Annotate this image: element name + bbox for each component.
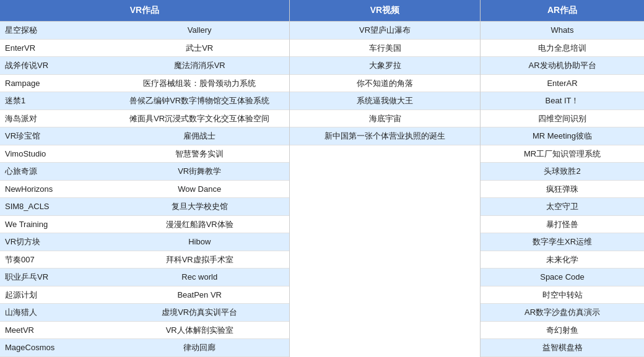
table-row: VR切方块Hibow [0, 233, 289, 251]
vr-works-right-cell: 智慧警务实训 [110, 145, 289, 163]
vr-videos-section: VR视频 VR望庐山瀑布车行美国大象罗拉你不知道的角落系统逼我做大王海底宇宙新中… [290, 0, 481, 357]
vr-video-cell: 海底宇宙 [290, 110, 480, 127]
vr-works-right-cell: 兽候乙编钟VR数字博物馆交互体验系统 [110, 92, 289, 110]
list-item: 大象罗拉 [290, 57, 480, 75]
list-item: 你不知道的角落 [290, 74, 480, 92]
vr-works-right-cell: 傩面具VR沉浸式数字文化交互体验空间 [110, 110, 289, 127]
table-row: VR珍宝馆雇佣战士 [0, 127, 289, 145]
ar-works-cell: 时空中转站 [481, 286, 644, 304]
vr-works-left-cell: VimoStudio [0, 145, 110, 163]
list-item: Space Code [481, 269, 644, 286]
vr-works-left-cell: 节奏007 [0, 251, 110, 269]
vr-works-right-cell: 虚境VR仿真实训平台 [110, 304, 289, 322]
table-row: We Training漫漫红船路VR体验 [0, 215, 289, 233]
vr-works-right-cell: 复旦大学校史馆 [110, 198, 289, 216]
ar-works-cell: Whats [481, 22, 644, 39]
vr-video-cell: 你不知道的角落 [290, 74, 480, 92]
vr-works-right-cell: VR街舞教学 [110, 163, 289, 181]
table-row: 山海猎人虚境VR仿真实训平台 [0, 304, 289, 322]
list-item: VR望庐山瀑布 [290, 22, 480, 39]
vr-video-cell: VR望庐山瀑布 [290, 22, 480, 39]
table-row: 海岛派对傩面具VR沉浸式数字文化交互体验空间 [0, 110, 289, 127]
ar-works-cell: AR发动机协助平台 [481, 57, 644, 75]
ar-works-cell: 未来化学 [481, 251, 644, 269]
ar-works-cell: 四维空间识别 [481, 110, 644, 127]
vr-video-cell: 大象罗拉 [290, 57, 480, 75]
vr-works-right-cell: BeatPen VR [110, 286, 289, 304]
ar-works-cell: 头球致胜2 [481, 163, 644, 181]
vr-works-section: VR作品 星空探秘ValleryEnterVR武士VR战斧传说VR魔法消消乐VR… [0, 0, 290, 357]
ar-works-cell: MR Meeting彼临 [481, 127, 644, 145]
vr-works-right-cell: 拜科VR虚拟手术室 [110, 251, 289, 269]
table-row: SIM8_ACLS复旦大学校史馆 [0, 198, 289, 216]
ar-works-cell: EnterAR [481, 74, 644, 92]
vr-works-left-cell: 起源计划 [0, 286, 110, 304]
vr-video-cell: 系统逼我做大王 [290, 92, 480, 110]
table-row: 星空探秘Vallery [0, 22, 289, 39]
ar-works-cell: 益智棋盘格 [481, 339, 644, 357]
ar-works-cell: 太空守卫 [481, 198, 644, 216]
ar-works-cell: Space Code [481, 269, 644, 286]
table-row: Rampage医疗器械组装：股骨颈动力系统 [0, 74, 289, 92]
vr-videos-header: VR视频 [290, 0, 480, 22]
vr-works-right-cell: Rec world [110, 269, 289, 286]
list-item: 疯狂弹珠 [481, 180, 644, 198]
vr-works-right-cell: 律动回廊 [110, 339, 289, 357]
list-item: EnterAR [481, 74, 644, 92]
vr-works-right-cell: Hibow [110, 233, 289, 251]
list-item: 奇幻射鱼 [481, 321, 644, 339]
ar-works-cell: 电力全息培训 [481, 39, 644, 57]
vr-works-left-cell: SIM8_ACLS [0, 198, 110, 216]
list-item: AR数字沙盘仿真演示 [481, 304, 644, 322]
vr-works-left-cell: We Training [0, 215, 110, 233]
list-item: MR工厂知识管理系统 [481, 145, 644, 163]
table-row: 迷禁1兽候乙编钟VR数字博物馆交互体验系统 [0, 92, 289, 110]
vr-works-left-cell: VR珍宝馆 [0, 127, 110, 145]
vr-works-right-cell: VR人体解剖实验室 [110, 321, 289, 339]
list-item: 暴打怪兽 [481, 215, 644, 233]
ar-works-cell: Beat IT！ [481, 92, 644, 110]
ar-works-cell: 疯狂弹珠 [481, 180, 644, 198]
vr-works-left-cell: 迷禁1 [0, 92, 110, 110]
vr-works-left-cell: MageCosmos [0, 339, 110, 357]
vr-works-left-cell: EnterVR [0, 39, 110, 57]
list-item: 未来化学 [481, 251, 644, 269]
table-row: MageCosmos律动回廊 [0, 339, 289, 357]
vr-works-header: VR作品 [0, 0, 289, 22]
vr-works-table: 星空探秘ValleryEnterVR武士VR战斧传说VR魔法消消乐VRRampa… [0, 22, 289, 357]
list-item: 电力全息培训 [481, 39, 644, 57]
table-row: 心旅奇源VR街舞教学 [0, 163, 289, 181]
page-container: VR作品 星空探秘ValleryEnterVR武士VR战斧传说VR魔法消消乐VR… [0, 0, 644, 357]
ar-works-cell: MR工厂知识管理系统 [481, 145, 644, 163]
list-item: 数字孪生XR运维 [481, 233, 644, 251]
vr-works-right-cell: 武士VR [110, 39, 289, 57]
vr-works-left-cell: 海岛派对 [0, 110, 110, 127]
vr-works-left-cell: 心旅奇源 [0, 163, 110, 181]
ar-works-section: AR作品 Whats电力全息培训AR发动机协助平台EnterARBeat IT！… [481, 0, 644, 357]
vr-works-left-cell: MeetVR [0, 321, 110, 339]
list-item: MR Meeting彼临 [481, 127, 644, 145]
list-item: 新中国第一张个体营业执照的诞生 [290, 127, 480, 145]
ar-works-cell: 暴打怪兽 [481, 215, 644, 233]
ar-works-cell: AR数字沙盘仿真演示 [481, 304, 644, 322]
list-item: 头球致胜2 [481, 163, 644, 181]
list-item: 益智棋盘格 [481, 339, 644, 357]
list-item: Whats [481, 22, 644, 39]
list-item: 海底宇宙 [290, 110, 480, 127]
list-item: AR发动机协助平台 [481, 57, 644, 75]
ar-works-cell: 数字孪生XR运维 [481, 233, 644, 251]
list-item: 四维空间识别 [481, 110, 644, 127]
list-item: 太空守卫 [481, 198, 644, 216]
vr-works-left-cell: Rampage [0, 74, 110, 92]
vr-works-left-cell: 星空探秘 [0, 22, 110, 39]
ar-works-header: AR作品 [481, 0, 644, 22]
table-row: 职业乒乓VRRec world [0, 269, 289, 286]
vr-works-left-cell: 山海猎人 [0, 304, 110, 322]
table-row: EnterVR武士VR [0, 39, 289, 57]
list-item: Beat IT！ [481, 92, 644, 110]
vr-video-cell: 车行美国 [290, 39, 480, 57]
vr-works-right-cell: 雇佣战士 [110, 127, 289, 145]
vr-works-left-cell: NewHorizons [0, 180, 110, 198]
ar-works-cell: 奇幻射鱼 [481, 321, 644, 339]
vr-works-left-cell: VR切方块 [0, 233, 110, 251]
